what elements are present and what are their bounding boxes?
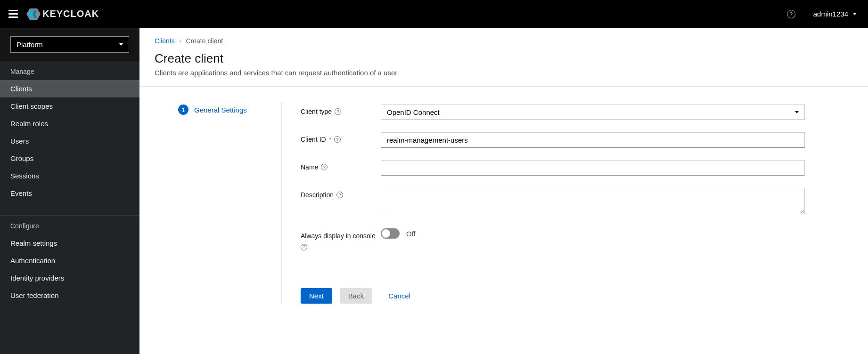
help-icon[interactable]: ?: [334, 136, 341, 143]
sidebar-item-realm-roles[interactable]: Realm roles: [0, 115, 139, 132]
sidebar-item-users[interactable]: Users: [0, 132, 139, 150]
sidebar-item-groups[interactable]: Groups: [0, 150, 139, 167]
brand[interactable]: KEYCLOAK: [26, 8, 99, 20]
always-display-label: Always display in console: [301, 232, 376, 241]
name-input[interactable]: [381, 160, 805, 176]
header-left: KEYCLOAK: [8, 8, 99, 20]
keycloak-logo-icon: [26, 8, 41, 20]
help-icon[interactable]: ?: [301, 244, 307, 250]
sidebar-item-user-federation[interactable]: User federation: [0, 287, 139, 304]
sidebar: Platform Manage Clients Client scopes Re…: [0, 28, 139, 354]
form-area: Client type ? OpenID Connect Client ID *: [282, 102, 805, 304]
sidebar-item-authentication[interactable]: Authentication: [0, 252, 139, 269]
divider: [139, 86, 868, 87]
page-title: Create client: [155, 51, 853, 66]
help-icon[interactable]: ?: [335, 108, 341, 115]
description-label: Description: [301, 191, 334, 199]
username: admin1234: [813, 10, 848, 18]
step-label: General Settings: [194, 106, 247, 114]
description-textarea[interactable]: [381, 188, 805, 214]
nav-section-manage: Manage: [0, 61, 139, 80]
top-header: KEYCLOAK ? admin1234: [0, 0, 868, 28]
step-number-badge: 1: [178, 105, 188, 115]
header-right: ? admin1234: [787, 10, 857, 18]
brand-text: KEYCLOAK: [42, 8, 99, 19]
client-type-select[interactable]: OpenID Connect: [381, 105, 805, 120]
help-icon[interactable]: ?: [787, 10, 795, 18]
help-icon[interactable]: ?: [321, 164, 328, 170]
realm-selector[interactable]: Platform: [10, 36, 129, 53]
name-label: Name: [301, 163, 318, 171]
client-type-value: OpenID Connect: [387, 108, 440, 116]
wizard-nav: 1 General Settings: [155, 102, 282, 304]
sidebar-item-sessions[interactable]: Sessions: [0, 167, 139, 185]
main-content: Clients › Create client Create client Cl…: [139, 28, 868, 354]
sidebar-item-events[interactable]: Events: [0, 185, 139, 202]
next-button[interactable]: Next: [301, 288, 332, 304]
help-icon[interactable]: ?: [336, 192, 343, 198]
breadcrumb: Clients › Create client: [155, 37, 853, 45]
caret-down-icon: [795, 111, 799, 113]
nav-section-configure: Configure: [0, 215, 139, 234]
breadcrumb-current: Create client: [186, 37, 223, 45]
cancel-button[interactable]: Cancel: [380, 288, 419, 304]
sidebar-item-identity-providers[interactable]: Identity providers: [0, 269, 139, 287]
hamburger-menu-icon[interactable]: [8, 10, 18, 18]
caret-down-icon: [853, 13, 857, 15]
breadcrumb-parent[interactable]: Clients: [155, 37, 175, 45]
page-description: Clients are applications and services th…: [155, 69, 853, 77]
sidebar-item-client-scopes[interactable]: Client scopes: [0, 97, 139, 115]
client-id-label: Client ID: [301, 136, 326, 143]
realm-name: Platform: [16, 40, 43, 48]
client-id-input[interactable]: [381, 132, 805, 148]
caret-down-icon: [119, 43, 123, 46]
chevron-right-icon: ›: [180, 38, 181, 44]
client-type-label: Client type: [301, 108, 332, 115]
always-display-state: Off: [406, 230, 416, 238]
sidebar-item-realm-settings[interactable]: Realm settings: [0, 234, 139, 252]
sidebar-item-clients[interactable]: Clients: [0, 80, 139, 97]
required-marker: *: [329, 136, 331, 143]
user-menu[interactable]: admin1234: [813, 10, 857, 18]
back-button[interactable]: Back: [340, 288, 372, 304]
always-display-toggle[interactable]: [381, 228, 400, 239]
wizard-step-general-settings[interactable]: 1 General Settings: [178, 105, 272, 115]
